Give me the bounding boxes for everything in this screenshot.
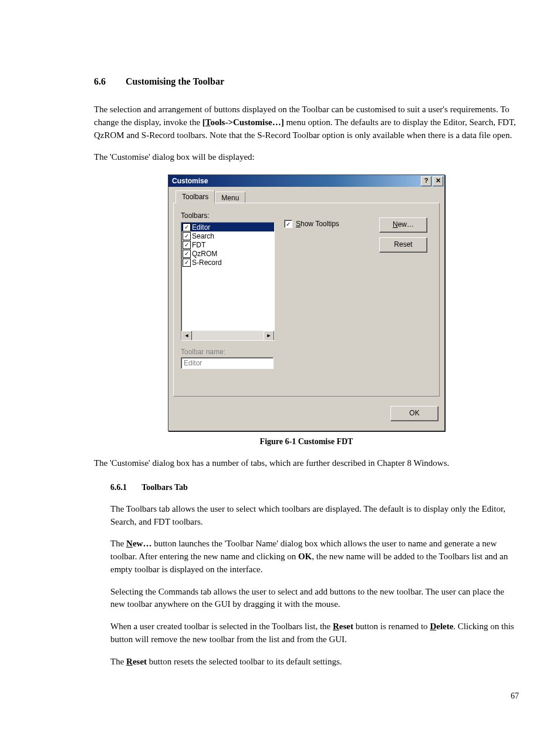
sub-paragraph-1: The Toolbars tab allows the user to sele… [110, 503, 519, 529]
subsection-heading: 6.6.1 Toolbars Tab [110, 483, 519, 492]
toolbars-listbox[interactable]: ✓ Editor ✓ Search ✓ FDT [181, 222, 275, 341]
intro-paragraph-2: The 'Customise' dialog box will be displ… [94, 151, 519, 164]
scroll-left-icon[interactable]: ◄ [181, 331, 192, 341]
sub-paragraph-2: The New… button launches the 'Toolbar Na… [110, 538, 519, 576]
reset-button[interactable]: Reset [379, 237, 427, 253]
checkbox-icon[interactable]: ✓ [183, 241, 191, 249]
sub-paragraph-4: When a user created toolbar is selected … [110, 620, 519, 646]
new-button[interactable]: New… [379, 217, 427, 233]
checkbox-icon[interactable]: ✓ [183, 250, 191, 258]
tab-strip: ToolbarsMenu [176, 190, 440, 203]
checkbox-icon[interactable]: ✓ [284, 220, 292, 228]
subsection-number: 6.6.1 [110, 483, 140, 492]
dialog-title: Customise [172, 177, 208, 185]
checkbox-icon[interactable]: ✓ [183, 232, 191, 240]
sub-paragraph-5: The Reset button resets the selected too… [110, 656, 519, 669]
scroll-right-icon[interactable]: ► [264, 331, 274, 341]
checkbox-icon[interactable]: ✓ [183, 258, 191, 267]
figure-caption: Figure 6-1 Customise FDT [94, 437, 519, 446]
dialog-figure: Customise ? ✕ ToolbarsMenu Toolbars: [94, 174, 519, 431]
ok-button[interactable]: OK [390, 406, 438, 421]
list-item[interactable]: ✓ Search [181, 231, 274, 240]
show-tooltips-checkbox[interactable]: ✓ Show Tooltips [284, 220, 370, 228]
section-heading: 6.6 Customising the Toolbar [94, 76, 519, 87]
page-number: 67 [94, 691, 519, 701]
sub-paragraph-3: Selecting the Commands tab allows the us… [110, 586, 519, 612]
list-item[interactable]: ✓ QzROM [181, 249, 274, 258]
checkbox-icon[interactable]: ✓ [183, 223, 191, 231]
intro-paragraph-1: The selection and arrangement of buttons… [94, 103, 519, 142]
list-item[interactable]: ✓ FDT [181, 240, 274, 249]
section-number: 6.6 [94, 76, 123, 87]
customise-dialog: Customise ? ✕ ToolbarsMenu Toolbars: [168, 174, 445, 431]
tab-toolbars[interactable]: Toolbars [176, 190, 215, 203]
toolbar-name-field[interactable]: Editor [181, 357, 274, 369]
list-item[interactable]: ✓ Editor [181, 223, 274, 231]
tab-menu[interactable]: Menu [215, 192, 245, 204]
after-caption-paragraph: The 'Customise' dialog box has a number … [94, 457, 519, 470]
dialog-titlebar: Customise ? ✕ [168, 175, 444, 187]
section-title: Customising the Toolbar [126, 76, 224, 86]
horizontal-scrollbar[interactable]: ◄ ► [181, 331, 274, 340]
close-icon[interactable]: ✕ [433, 176, 443, 186]
scroll-track[interactable] [192, 331, 264, 340]
help-icon[interactable]: ? [421, 176, 431, 186]
subsection-title: Toolbars Tab [141, 483, 187, 492]
toolbars-label: Toolbars: [181, 211, 275, 220]
list-item[interactable]: ✓ S-Record [181, 258, 274, 267]
toolbar-name-label: Toolbar name: [181, 348, 275, 356]
tab-panel: Toolbars: ✓ Editor ✓ Search [173, 203, 440, 397]
